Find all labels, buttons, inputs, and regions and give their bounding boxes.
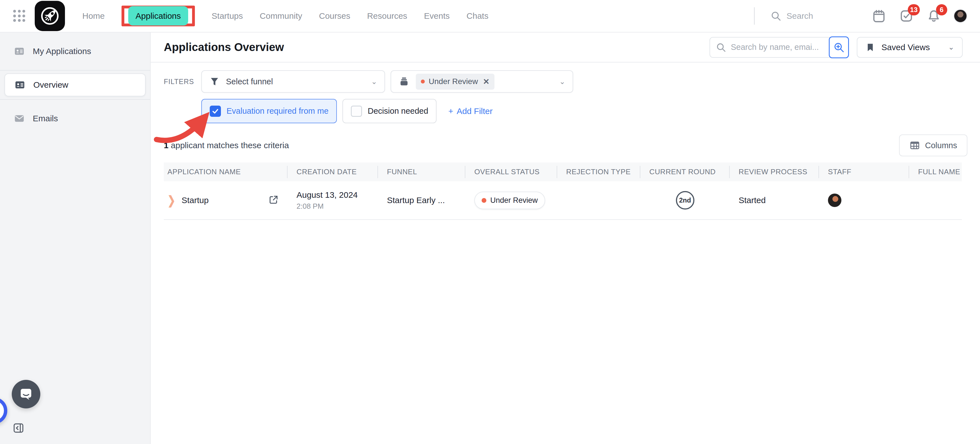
nav-item-events[interactable]: Events <box>424 11 450 21</box>
table-row[interactable]: ❯ Startup August 13, 2024 2:08 PM <box>164 181 962 220</box>
status-badge: Under Review <box>474 192 545 209</box>
brand-logo[interactable] <box>35 1 65 31</box>
status-badge-label: Under Review <box>490 196 538 205</box>
content-area: FILTERS Select funnel ⌄ Under Review ✕ <box>151 62 980 220</box>
col-header-funnel[interactable]: FUNNEL <box>378 166 465 178</box>
decision-needed-filter[interactable]: Decision needed <box>342 99 436 123</box>
col-header-rejection-type[interactable]: REJECTION TYPE <box>557 166 640 178</box>
funnel-icon <box>209 76 220 87</box>
bookmark-icon <box>865 42 875 53</box>
add-filter-button[interactable]: + Add Filter <box>448 107 493 116</box>
nav-item-resources[interactable]: Resources <box>367 11 407 21</box>
calendar-button[interactable] <box>871 8 887 24</box>
review-process: Started <box>739 196 766 205</box>
nav-item-chats[interactable]: Chats <box>466 11 488 21</box>
envelope-icon <box>14 113 25 124</box>
chevron-down-icon: ⌄ <box>371 77 377 86</box>
id-card-icon <box>14 46 25 57</box>
main-content: Applications Overview <box>151 32 980 444</box>
collapse-panel-icon <box>12 422 25 434</box>
stage-chevron-icon: ❯ <box>167 193 175 207</box>
columns-button-label: Columns <box>925 141 957 150</box>
plus-icon: + <box>448 107 453 116</box>
creation-date: August 13, 2024 <box>296 190 358 200</box>
funnel-filter-dropdown[interactable]: Select funnel ⌄ <box>201 70 385 93</box>
checkbox-checked-icon[interactable] <box>210 106 221 117</box>
top-navbar: Home Applications Startups Community Cou… <box>0 0 980 32</box>
status-dot-icon <box>482 198 486 203</box>
sidebar-item-overview[interactable]: Overview <box>5 73 146 96</box>
col-header-creation-date[interactable]: CREATION DATE <box>288 166 378 178</box>
notifications-badge: 6 <box>936 4 947 15</box>
app-grid-icon[interactable] <box>13 10 25 22</box>
applicant-search-input[interactable] <box>731 43 823 52</box>
cell-current-round: 2nd <box>640 181 730 220</box>
creation-time: 2:08 PM <box>296 202 324 211</box>
sidebar-active-section: Overview <box>0 70 150 100</box>
tasks-button[interactable]: 13 <box>899 8 914 24</box>
applicant-search <box>710 37 849 58</box>
cell-funnel: Startup Early ... <box>378 181 465 220</box>
status-tag-label: Under Review <box>429 77 478 86</box>
primary-nav: Home Applications Startups Community Cou… <box>82 6 488 26</box>
evaluation-required-filter[interactable]: Evaluation required from me <box>201 99 337 123</box>
col-header-staff[interactable]: STAFF <box>819 166 909 178</box>
sidebar-item-my-applications[interactable]: My Applications <box>0 32 150 70</box>
id-card-icon <box>14 79 25 91</box>
global-search <box>770 10 871 22</box>
filters-label: FILTERS <box>164 78 196 86</box>
sidebar-item-emails[interactable]: Emails <box>0 100 150 137</box>
decision-needed-label: Decision needed <box>368 107 428 116</box>
saved-views-dropdown[interactable]: Saved Views ⌄ <box>857 37 963 58</box>
header-actions: Saved Views ⌄ <box>710 37 963 58</box>
annotation-red-box: Applications <box>121 6 195 26</box>
filters-row: FILTERS Select funnel ⌄ Under Review ✕ <box>164 70 967 93</box>
cell-overall-status: Under Review <box>465 181 557 220</box>
tasks-badge: 13 <box>908 4 920 15</box>
chevron-down-icon: ⌄ <box>559 77 565 86</box>
col-header-application-name[interactable]: APPLICATION NAME <box>164 166 288 178</box>
navbar-right: 13 6 <box>754 7 980 25</box>
checkbox-unchecked-icon[interactable] <box>351 106 362 117</box>
page-header: Applications Overview <box>151 32 980 62</box>
open-application-button[interactable] <box>268 194 279 207</box>
sidebar-item-label: My Applications <box>33 46 91 56</box>
col-header-review-process[interactable]: REVIEW PROCESS <box>730 166 819 178</box>
col-header-overall-status[interactable]: OVERALL STATUS <box>465 166 557 178</box>
global-search-input[interactable] <box>786 11 865 21</box>
notifications-button[interactable]: 6 <box>926 8 942 24</box>
nav-item-community[interactable]: Community <box>260 11 302 21</box>
cell-review-process: Started <box>730 181 819 220</box>
navbar-divider <box>754 7 755 25</box>
round-badge: 2nd <box>676 191 694 210</box>
chat-launcher-button[interactable] <box>12 380 40 408</box>
col-header-current-round[interactable]: CURRENT ROUND <box>640 166 730 178</box>
columns-button[interactable]: Columns <box>899 134 967 156</box>
staff-avatar[interactable] <box>828 194 842 207</box>
nav-item-applications[interactable]: Applications <box>128 6 188 25</box>
status-dot-icon <box>421 80 425 83</box>
results-count: 1 <box>164 141 169 150</box>
collapse-sidebar-button[interactable] <box>12 422 25 434</box>
remove-tag-icon[interactable]: ✕ <box>483 77 490 86</box>
status-filter-dropdown[interactable]: Under Review ✕ ⌄ <box>391 70 573 93</box>
cell-full-name <box>909 181 962 220</box>
advanced-search-button[interactable] <box>829 37 849 58</box>
rocket-icon <box>39 5 61 27</box>
nav-item-courses[interactable]: Courses <box>319 11 350 21</box>
user-avatar[interactable] <box>953 9 967 23</box>
search-icon <box>770 10 781 22</box>
table-header-row: APPLICATION NAME CREATION DATE FUNNEL OV… <box>164 162 962 181</box>
external-link-icon <box>268 194 279 205</box>
status-tag-under-review: Under Review ✕ <box>416 74 495 90</box>
application-name: Startup <box>182 196 209 205</box>
cell-creation-date: August 13, 2024 2:08 PM <box>288 181 378 220</box>
sidebar-item-label: Overview <box>33 80 68 90</box>
col-header-full-name[interactable]: FULL NAME <box>909 166 962 178</box>
nav-item-startups[interactable]: Startups <box>212 11 243 21</box>
cell-application-name: ❯ Startup <box>164 181 288 220</box>
nav-item-home[interactable]: Home <box>82 11 105 21</box>
table-columns-icon <box>910 140 920 151</box>
cell-rejection-type <box>557 181 640 220</box>
results-count-text: 1 applicant matches these criteria <box>164 141 289 150</box>
